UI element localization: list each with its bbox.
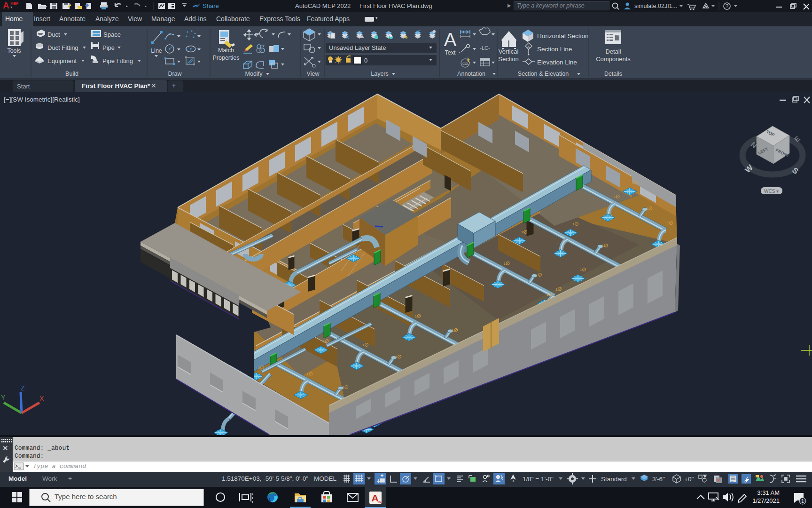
svg-text:1/8" = 1'-0": 1/8" = 1'-0" xyxy=(523,476,554,483)
svg-text:Unsaved Layer State: Unsaved Layer State xyxy=(329,44,386,51)
svg-text:Annotation: Annotation xyxy=(457,71,485,77)
svg-text:Duct Fitting: Duct Fitting xyxy=(47,44,78,51)
svg-text:1: 1 xyxy=(342,385,344,389)
svg-text:1: 1 xyxy=(452,328,454,333)
svg-text:Equipment: Equipment xyxy=(47,57,77,64)
svg-text:1: 1 xyxy=(536,273,538,277)
svg-text:1: 1 xyxy=(602,244,604,248)
svg-text:Properties: Properties xyxy=(213,55,240,61)
svg-text:Vertical: Vertical xyxy=(499,48,519,55)
svg-text:1: 1 xyxy=(362,343,365,347)
svg-text:Section Line: Section Line xyxy=(537,46,572,53)
svg-text:Duct: Duct xyxy=(47,31,60,38)
svg-text:Pipe Fitting: Pipe Fitting xyxy=(102,57,133,64)
svg-text:X: X xyxy=(39,395,44,402)
svg-text:Modify: Modify xyxy=(245,71,263,77)
svg-text:1: 1 xyxy=(801,499,804,504)
svg-text:Build: Build xyxy=(65,71,78,77)
svg-text:0: 0 xyxy=(364,57,367,64)
svg-text:WCS ▾: WCS ▾ xyxy=(764,189,779,194)
svg-text:Components: Components xyxy=(596,56,631,63)
svg-text:1: 1 xyxy=(580,268,582,272)
svg-text:1: 1 xyxy=(667,221,669,225)
svg-text:-LC-: -LC- xyxy=(480,45,490,51)
svg-text:Layers: Layers xyxy=(371,71,389,77)
svg-text:1: 1 xyxy=(555,287,558,292)
svg-text:Space: Space xyxy=(103,31,121,38)
svg-text:?: ? xyxy=(726,3,728,9)
svg-text:1: 1 xyxy=(572,222,575,226)
svg-text:simulate.02JI1...: simulate.02JI1... xyxy=(634,3,677,9)
svg-text:1: 1 xyxy=(306,372,309,376)
svg-text:A: A xyxy=(444,29,457,50)
svg-text:Line: Line xyxy=(151,48,162,54)
svg-text:Horizontal Section: Horizontal Section xyxy=(537,32,589,40)
svg-text:Section: Section xyxy=(498,56,518,63)
svg-text:1: 1 xyxy=(647,206,649,211)
svg-text:1: 1 xyxy=(323,339,325,343)
svg-text:Elevation Line: Elevation Line xyxy=(537,59,577,66)
svg-text:Match: Match xyxy=(218,47,234,54)
svg-text:Draw: Draw xyxy=(168,71,182,77)
svg-text:1: 1 xyxy=(632,181,634,185)
svg-text:1: 1 xyxy=(614,195,616,199)
svg-text:Text: Text xyxy=(445,49,456,56)
svg-text:COL: COL xyxy=(462,62,469,65)
svg-text:1: 1 xyxy=(521,230,523,234)
svg-text:1: 1 xyxy=(395,355,398,359)
svg-text:1: 1 xyxy=(258,365,260,370)
svg-text:Tools: Tools xyxy=(7,48,21,54)
svg-text:View: View xyxy=(307,71,320,77)
svg-text:1: 1 xyxy=(547,293,549,297)
svg-text:A: A xyxy=(527,45,530,49)
svg-text:MEP: MEP xyxy=(378,500,383,503)
svg-text:Details: Details xyxy=(604,71,622,77)
svg-text:Pipe: Pipe xyxy=(102,44,115,51)
svg-text:[−][SW Isometric][Realistic]: [−][SW Isometric][Realistic] xyxy=(4,96,80,103)
svg-text:3'-6": 3'-6" xyxy=(652,476,665,483)
svg-text:Section & Elevation: Section & Elevation xyxy=(518,71,569,77)
svg-text:Z: Z xyxy=(21,384,25,392)
svg-text:Y: Y xyxy=(1,394,6,401)
svg-text:1: 1 xyxy=(415,314,417,318)
svg-text:1: 1 xyxy=(504,262,506,266)
svg-text:Detail: Detail xyxy=(605,48,621,55)
svg-text:+0": +0" xyxy=(684,476,694,483)
svg-text:Standard: Standard xyxy=(601,476,627,483)
